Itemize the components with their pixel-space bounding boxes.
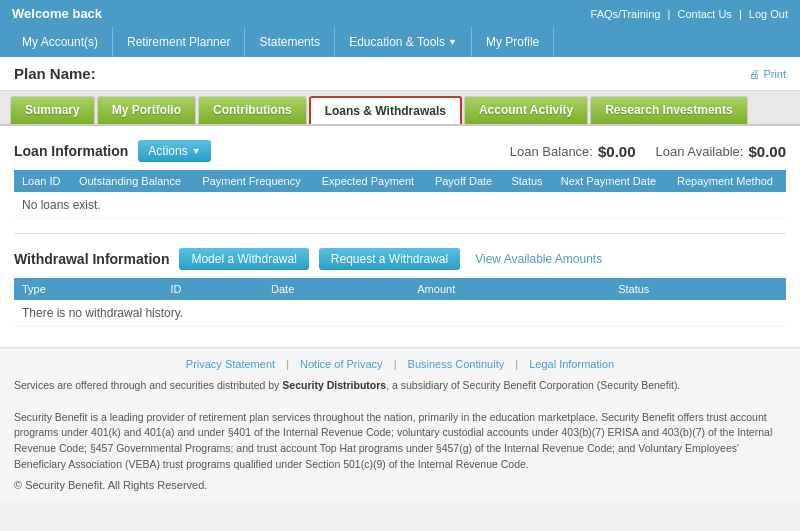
col-type: Type xyxy=(14,278,162,300)
nav-retirement-planner[interactable]: Retirement Planner xyxy=(113,27,245,57)
withdrawals-empty-row: There is no withdrawal history. xyxy=(14,300,786,327)
nav-bar: My Account(s) Retirement Planner Stateme… xyxy=(0,27,800,57)
col-outstanding-balance: Outstanding Balance xyxy=(71,170,194,192)
section-divider xyxy=(14,233,786,234)
footer: Privacy Statement | Notice of Privacy | … xyxy=(0,347,800,501)
col-id: ID xyxy=(162,278,263,300)
loan-balance: Loan Balance: $0.00 xyxy=(510,143,636,160)
withdrawal-section-header: Withdrawal Information Model a Withdrawa… xyxy=(14,248,786,270)
col-next-payment-date: Next Payment Date xyxy=(553,170,669,192)
tab-research-investments[interactable]: Research Investments xyxy=(590,96,747,124)
actions-button[interactable]: Actions ▼ xyxy=(138,140,210,162)
tab-loans-withdrawals[interactable]: Loans & Withdrawals xyxy=(309,96,462,124)
footer-text-1: Services are offered through and securit… xyxy=(14,378,786,473)
withdrawals-table-header: Type ID Date Amount Status xyxy=(14,278,786,300)
col-status: Status xyxy=(503,170,552,192)
top-links: FAQs/Training | Contact Us | Log Out xyxy=(591,8,788,20)
legal-information-link[interactable]: Legal Information xyxy=(529,358,614,370)
tabs-bar: Summary My Portfolio Contributions Loans… xyxy=(0,91,800,126)
nav-statements[interactable]: Statements xyxy=(245,27,335,57)
business-continuity-link[interactable]: Business Continuity xyxy=(408,358,505,370)
col-status: Status xyxy=(610,278,786,300)
loan-balance-area: Loan Balance: $0.00 Loan Available: $0.0… xyxy=(510,143,786,160)
plan-name: Plan Name: xyxy=(14,65,96,82)
loans-table: Loan ID Outstanding Balance Payment Freq… xyxy=(14,170,786,219)
model-withdrawal-button[interactable]: Model a Withdrawal xyxy=(179,248,308,270)
request-withdrawal-button[interactable]: Request a Withdrawal xyxy=(319,248,460,270)
col-amount: Amount xyxy=(409,278,610,300)
main-content: Loan Information Actions ▼ Loan Balance:… xyxy=(0,126,800,347)
chevron-down-icon: ▼ xyxy=(192,146,201,156)
faqs-link[interactable]: FAQs/Training xyxy=(591,8,661,20)
withdrawals-table: Type ID Date Amount Status There is no w… xyxy=(14,278,786,327)
tab-contributions[interactable]: Contributions xyxy=(198,96,307,124)
printer-icon: 🖨 xyxy=(749,68,760,80)
tab-summary[interactable]: Summary xyxy=(10,96,95,124)
loan-available: Loan Available: $0.00 xyxy=(656,143,787,160)
withdrawals-empty-message: There is no withdrawal history. xyxy=(14,300,786,327)
loan-section-title: Loan Information xyxy=(14,143,128,159)
privacy-statement-link[interactable]: Privacy Statement xyxy=(186,358,275,370)
col-payment-frequency: Payment Frequency xyxy=(194,170,313,192)
tab-my-portfolio[interactable]: My Portfolio xyxy=(97,96,196,124)
plan-header: Plan Name: 🖨 Print xyxy=(0,57,800,91)
col-loan-id: Loan ID xyxy=(14,170,71,192)
col-date: Date xyxy=(263,278,409,300)
loans-empty-row: No loans exist. xyxy=(14,192,786,219)
notice-of-privacy-link[interactable]: Notice of Privacy xyxy=(300,358,383,370)
col-payoff-date: Payoff Date xyxy=(427,170,504,192)
col-expected-payment: Expected Payment xyxy=(314,170,427,192)
welcome-text: Welcome back xyxy=(12,6,102,21)
nav-my-profile[interactable]: My Profile xyxy=(472,27,554,57)
footer-links: Privacy Statement | Notice of Privacy | … xyxy=(14,358,786,370)
print-button[interactable]: 🖨 Print xyxy=(749,68,786,80)
nav-my-accounts[interactable]: My Account(s) xyxy=(8,27,113,57)
footer-copyright: © Security Benefit. All Rights Reserved. xyxy=(14,479,786,491)
footer-text-2: Security Benefit is a leading provider o… xyxy=(14,410,786,473)
view-available-amounts-link[interactable]: View Available Amounts xyxy=(475,252,602,266)
loans-table-header: Loan ID Outstanding Balance Payment Freq… xyxy=(14,170,786,192)
loan-section-header: Loan Information Actions ▼ Loan Balance:… xyxy=(14,140,786,162)
loans-empty-message: No loans exist. xyxy=(14,192,786,219)
tab-account-activity[interactable]: Account Activity xyxy=(464,96,588,124)
col-repayment-method: Repayment Method xyxy=(669,170,786,192)
top-bar: Welcome back FAQs/Training | Contact Us … xyxy=(0,0,800,27)
nav-education-tools[interactable]: Education & Tools ▼ xyxy=(335,27,472,57)
logout-link[interactable]: Log Out xyxy=(749,8,788,20)
contact-link[interactable]: Contact Us xyxy=(677,8,731,20)
chevron-down-icon: ▼ xyxy=(448,37,457,47)
withdrawal-section-title: Withdrawal Information xyxy=(14,251,169,267)
